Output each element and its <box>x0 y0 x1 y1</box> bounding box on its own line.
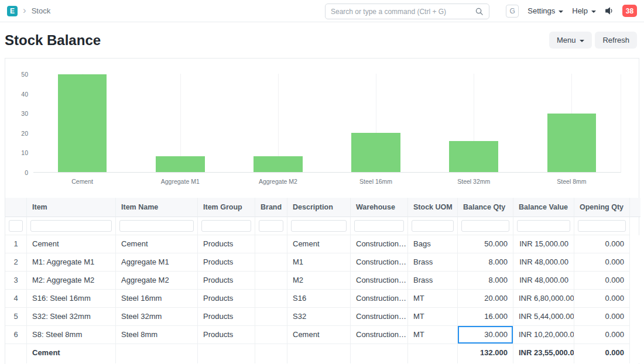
help-dropdown[interactable]: Help <box>572 6 596 15</box>
cell-opening-qty[interactable]: 0.000 <box>574 272 630 290</box>
row-index[interactable]: 2 <box>5 253 27 272</box>
header-brand[interactable]: Brand <box>255 198 287 217</box>
header-warehouse[interactable]: Warehouse <box>351 198 408 217</box>
row-index[interactable]: 4 <box>5 290 27 308</box>
cell-brand[interactable] <box>255 253 287 272</box>
cell-item-name[interactable]: Steel 16mm <box>116 290 198 308</box>
cell-item-group[interactable]: Products <box>198 235 255 253</box>
cell-balance-value[interactable]: INR 5,44,000.00 <box>513 308 574 326</box>
row-index[interactable]: 6 <box>5 326 27 344</box>
filter-input-warehouse[interactable] <box>354 220 404 232</box>
refresh-button[interactable]: Refresh <box>595 32 637 49</box>
cell-opening-qty[interactable]: 0.000 <box>574 235 630 253</box>
cell-balance-qty[interactable]: 8.000 <box>458 272 513 290</box>
cell-balance-value[interactable]: INR 10,20,000.00 <box>513 326 574 344</box>
cell-opening-qty[interactable]: 0.000 <box>574 308 630 326</box>
cell-balance-qty[interactable]: 16.000 <box>458 308 513 326</box>
cell-description[interactable]: M1 <box>287 253 351 272</box>
cell-item-group[interactable]: Products <box>198 272 255 290</box>
filter-input-item-name[interactable] <box>119 220 194 232</box>
cell-brand[interactable] <box>255 326 287 344</box>
filter-input-opening-qty[interactable] <box>578 220 626 232</box>
chart-bar[interactable] <box>156 156 205 172</box>
cell-description[interactable]: M2 <box>287 272 351 290</box>
cell-item[interactable]: M2: Aggregate M2 <box>27 272 116 290</box>
header-balance-value[interactable]: Balance Value <box>513 198 574 217</box>
chart-bar[interactable] <box>351 133 400 172</box>
cell-balance-value[interactable]: INR 6,80,000.00 <box>513 290 574 308</box>
cell-description[interactable]: S16 <box>287 290 351 308</box>
cell-description[interactable]: S32 <box>287 308 351 326</box>
cell-item-name[interactable]: Aggregate M1 <box>116 253 198 272</box>
cell-brand[interactable] <box>255 272 287 290</box>
cell-warehouse[interactable]: Construction… <box>351 326 408 344</box>
header-opening-qty[interactable]: Opening Qty <box>574 198 630 217</box>
filter-input-row-index[interactable] <box>9 220 23 232</box>
cell-item[interactable]: S16: Steel 16mm <box>27 290 116 308</box>
cell-brand[interactable] <box>255 308 287 326</box>
cell-item-name[interactable]: Steel 32mm <box>116 308 198 326</box>
chart-bar[interactable] <box>58 74 107 172</box>
header-balance-qty[interactable]: Balance Qty <box>458 198 513 217</box>
cell-item[interactable]: M1: Aggregate M1 <box>27 253 116 272</box>
row-index[interactable]: 1 <box>5 235 27 253</box>
notification-badge[interactable]: 38 <box>622 5 637 17</box>
header-item-group[interactable]: Item Group <box>198 198 255 217</box>
cell-balance-qty[interactable]: 50.000 <box>458 235 513 253</box>
cell-warehouse[interactable]: Construction… <box>351 290 408 308</box>
cell-warehouse[interactable]: Construction… <box>351 272 408 290</box>
cell-warehouse[interactable]: Construction… <box>351 235 408 253</box>
global-search-bar[interactable] <box>325 4 489 19</box>
cell-item-name[interactable]: Cement <box>116 235 198 253</box>
cell-balance-qty[interactable]: 30.000 <box>458 326 513 344</box>
cell-stock-uom[interactable]: Brass <box>408 253 458 272</box>
header-stock-uom[interactable]: Stock UOM <box>408 198 458 217</box>
cell-item[interactable]: S32: Steel 32mm <box>27 308 116 326</box>
header-description[interactable]: Description <box>287 198 351 217</box>
cell-balance-value[interactable]: INR 48,000.00 <box>513 253 574 272</box>
cell-warehouse[interactable]: Construction… <box>351 253 408 272</box>
cell-item[interactable]: Cement <box>27 235 116 253</box>
chart-bar[interactable] <box>547 114 597 172</box>
cell-balance-qty[interactable]: 8.000 <box>458 253 513 272</box>
chart-bar[interactable] <box>254 156 303 172</box>
cell-stock-uom[interactable]: Bags <box>408 235 458 253</box>
filter-input-brand[interactable] <box>259 220 283 232</box>
filter-input-description[interactable] <box>291 220 347 232</box>
cell-opening-qty[interactable]: 0.000 <box>574 290 630 308</box>
filter-input-item-group[interactable] <box>201 220 251 232</box>
breadcrumb[interactable]: Stock <box>32 6 51 15</box>
chart-bar[interactable] <box>449 141 498 172</box>
header-item[interactable]: Item <box>27 198 116 217</box>
announcement-icon[interactable] <box>605 6 614 15</box>
filter-input-item[interactable] <box>30 220 112 232</box>
cell-item[interactable]: S8: Steel 8mm <box>27 326 116 344</box>
filter-input-balance-qty[interactable] <box>461 220 509 232</box>
cell-brand[interactable] <box>255 290 287 308</box>
header-row-index[interactable] <box>5 198 27 217</box>
cell-brand[interactable] <box>255 235 287 253</box>
cell-stock-uom[interactable]: MT <box>408 290 458 308</box>
cell-stock-uom[interactable]: MT <box>408 308 458 326</box>
cell-item-group[interactable]: Products <box>198 290 255 308</box>
filter-input-stock-uom[interactable] <box>412 220 454 232</box>
row-index[interactable]: 3 <box>5 272 27 290</box>
cell-description[interactable]: Cement <box>287 235 351 253</box>
settings-dropdown[interactable]: Settings <box>527 6 563 15</box>
header-item-name[interactable]: Item Name <box>116 198 198 217</box>
cell-item-name[interactable]: Aggregate M2 <box>116 272 198 290</box>
cell-warehouse[interactable]: Construction… <box>351 308 408 326</box>
row-index[interactable]: 5 <box>5 308 27 326</box>
search-input[interactable] <box>331 8 475 16</box>
cell-stock-uom[interactable]: MT <box>408 326 458 344</box>
menu-button[interactable]: Menu <box>549 32 592 49</box>
cell-stock-uom[interactable]: Brass <box>408 272 458 290</box>
cell-opening-qty[interactable]: 0.000 <box>574 326 630 344</box>
cell-item-group[interactable]: Products <box>198 326 255 344</box>
cell-balance-qty[interactable]: 20.000 <box>458 290 513 308</box>
cell-balance-value[interactable]: INR 48,000.00 <box>513 272 574 290</box>
cell-item-group[interactable]: Products <box>198 253 255 272</box>
cell-item-name[interactable]: Steel 8mm <box>116 326 198 344</box>
cell-balance-value[interactable]: INR 15,000.00 <box>513 235 574 253</box>
shortcut-key-badge[interactable]: G <box>506 5 519 18</box>
